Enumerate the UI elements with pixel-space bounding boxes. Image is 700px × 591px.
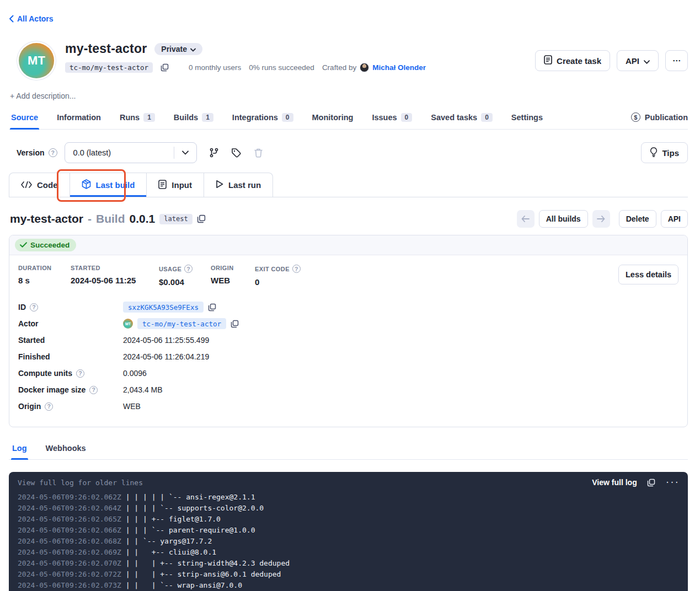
copy-icon[interactable]	[231, 320, 239, 328]
document-icon	[158, 180, 167, 191]
tab-information[interactable]: Information	[56, 110, 102, 129]
view-full-log-button[interactable]: View full log	[592, 478, 637, 487]
tab-monitoring[interactable]: Monitoring	[311, 110, 355, 129]
author-avatar	[360, 63, 369, 72]
build-actor-name: my-test-actor	[10, 212, 83, 225]
log-line: 2024-05-06T09:26:02.066Z | | | `-- paren…	[18, 525, 679, 536]
ellipsis-icon[interactable]: ···	[665, 478, 679, 487]
log-tab-bar: Log Webhooks	[9, 439, 688, 460]
help-icon[interactable]: ?	[89, 386, 98, 394]
package-icon	[82, 179, 91, 191]
copy-icon[interactable]	[647, 479, 655, 487]
next-build-button[interactable]	[592, 210, 610, 228]
detail-row-id: ID? sxzKGK5A93Se9FExs	[18, 299, 678, 315]
tab-webhooks[interactable]: Webhooks	[45, 439, 87, 459]
copy-icon[interactable]	[197, 214, 206, 223]
breadcrumb-all-actors[interactable]: All Actors	[9, 0, 54, 23]
help-icon[interactable]: ?	[45, 402, 53, 411]
detail-row-finished: Finished 2024-05-06 11:26:04.219	[18, 348, 678, 365]
detail-row-origin: Origin? WEB	[18, 398, 678, 415]
actor-header: MT my-test-actor Private tc-mo/my-test-a…	[17, 41, 688, 78]
api-dropdown-button[interactable]: API	[617, 50, 659, 71]
tab-runs[interactable]: Runs1	[119, 110, 156, 129]
status-badge: Succeeded	[15, 239, 76, 251]
main-tab-bar: Source Information Runs1 Builds1 Integra…	[9, 110, 688, 130]
tab-count-badge: 1	[143, 113, 155, 122]
stat-started: STARTED 2024-05-06 11:25	[71, 265, 159, 285]
actor-link-badge[interactable]: tc-mo/my-test-actor	[137, 318, 226, 329]
monthly-users-stat: 0 monthly users	[189, 63, 241, 72]
lightbulb-icon	[650, 147, 658, 159]
tab-count-badge: 0	[282, 113, 293, 122]
stat-duration: DURATION 8 s	[18, 265, 71, 285]
create-task-button[interactable]: Create task	[535, 50, 610, 71]
author-link[interactable]: Michał Olender	[372, 63, 426, 72]
help-icon[interactable]: ?	[30, 303, 38, 311]
tab-saved-tasks[interactable]: Saved tasks0	[430, 110, 494, 129]
build-id-badge[interactable]: sxzKGK5A93Se9FExs	[123, 302, 204, 313]
subtab-last-build[interactable]: Last build	[70, 173, 147, 197]
page-title: my-test-actor	[65, 41, 147, 56]
log-line: 2024-05-06T09:26:02.062Z | | | | | `-- a…	[18, 492, 679, 503]
tab-count-badge: 0	[481, 113, 493, 122]
log-line: 2024-05-06T09:26:02.072Z | | | +-- strip…	[18, 569, 679, 580]
help-icon[interactable]: ?	[49, 148, 57, 157]
log-line: 2024-05-06T09:26:02.069Z | | +-- cliui@8…	[18, 547, 679, 558]
all-builds-button[interactable]: All builds	[539, 210, 588, 228]
log-line: 2024-05-06T09:26:02.065Z | | | +-- figle…	[18, 514, 679, 525]
build-version: 0.0.1	[130, 212, 156, 225]
stat-usage: USAGE? $0.004	[159, 265, 211, 287]
build-api-button[interactable]: API	[661, 210, 688, 228]
build-heading-row: my-test-actor - Build 0.0.1 latest All b…	[9, 210, 688, 228]
actor-mini-avatar: MT	[123, 319, 133, 329]
help-icon[interactable]: ?	[76, 369, 84, 378]
tab-source[interactable]: Source	[10, 110, 39, 129]
breadcrumb-label: All Actors	[17, 14, 54, 23]
less-details-button[interactable]: Less details	[618, 265, 678, 284]
stat-exit-code: EXIT CODE? 0	[255, 265, 301, 287]
runs-succeeded-stat: 0% runs succeeded	[249, 63, 314, 72]
trash-icon[interactable]	[254, 148, 263, 158]
help-icon[interactable]: ?	[184, 265, 193, 273]
tag-icon[interactable]	[231, 148, 242, 158]
detail-row-actor: Actor MT tc-mo/my-test-actor	[18, 315, 678, 332]
version-row: Version ? 0.0 (latest) Tips	[9, 142, 688, 163]
detail-row-started: Started 2024-05-06 11:25:55.499	[18, 332, 678, 348]
latest-badge: latest	[159, 214, 192, 224]
more-actions-button[interactable]: ⋯	[665, 50, 688, 71]
chevron-down-icon	[174, 151, 196, 155]
actor-avatar: MT	[19, 43, 54, 78]
version-select[interactable]: 0.0 (latest)	[65, 142, 197, 163]
previous-build-button[interactable]	[517, 210, 535, 228]
tab-settings[interactable]: Settings	[510, 110, 544, 129]
tab-builds[interactable]: Builds1	[173, 110, 215, 129]
subtab-last-run[interactable]: Last run	[204, 173, 272, 197]
delete-build-button[interactable]: Delete	[619, 210, 656, 228]
source-subtab-bar: Code Last build Input Last run	[9, 173, 688, 197]
build-log-terminal[interactable]: View full log for older lines View full …	[9, 472, 688, 591]
log-line: 2024-05-06T09:26:02.070Z | | | +-- strin…	[18, 558, 679, 569]
older-lines-notice[interactable]: View full log for older lines	[18, 479, 143, 487]
tab-issues[interactable]: Issues0	[371, 110, 413, 129]
ellipsis-icon: ⋯	[672, 56, 681, 66]
tab-count-badge: 0	[401, 113, 413, 122]
branch-icon[interactable]	[209, 148, 219, 158]
actor-slug-badge[interactable]: tc-mo/my-test-actor	[65, 62, 153, 73]
tab-publication[interactable]: $ Publication	[631, 112, 688, 129]
subtab-input[interactable]: Input	[147, 173, 204, 197]
help-icon[interactable]: ?	[292, 265, 301, 273]
tab-integrations[interactable]: Integrations0	[231, 110, 295, 129]
build-detail-card: Succeeded DURATION 8 s STARTED 2024-05-0…	[9, 235, 688, 427]
actor-build-page: All Actors MT my-test-actor Private tc-m…	[0, 0, 700, 591]
add-description-button[interactable]: + Add description...	[10, 92, 76, 100]
subtab-code[interactable]: Code	[9, 173, 70, 197]
play-icon	[216, 180, 223, 190]
copy-icon[interactable]	[161, 63, 169, 72]
tab-log[interactable]: Log	[11, 439, 28, 459]
visibility-dropdown[interactable]: Private	[154, 43, 202, 55]
chevron-down-icon	[190, 45, 196, 53]
copy-icon[interactable]	[208, 303, 216, 311]
detail-row-compute-units: Compute units? 0.0096	[18, 365, 678, 382]
crafted-by-label: Crafted by	[322, 63, 356, 72]
tips-button[interactable]: Tips	[641, 142, 688, 163]
